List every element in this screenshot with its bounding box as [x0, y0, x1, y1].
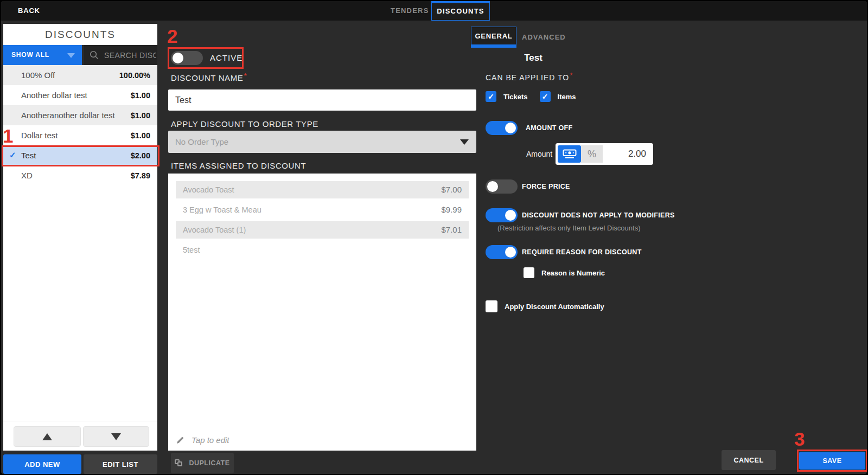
- list-pager: [3, 421, 157, 451]
- order-type-label: APPLY DISCOUNT TO ORDER TYPE: [171, 119, 318, 129]
- assigned-item-price: $7.01: [441, 221, 462, 239]
- banknote-icon: [563, 149, 577, 159]
- auto-apply-checkbox[interactable]: [486, 300, 497, 312]
- show-all-dropdown[interactable]: SHOW ALL: [3, 45, 82, 65]
- auto-apply-label: Apply Discount Automatically: [505, 303, 604, 311]
- cancel-button[interactable]: CANCEL: [722, 450, 776, 470]
- tickets-checkbox[interactable]: ✓: [486, 91, 496, 102]
- chevron-down-icon: [67, 53, 75, 58]
- chevron-down-icon: [460, 139, 469, 145]
- annotation-marker-1: 1: [3, 125, 13, 147]
- amount-off-toggle[interactable]: [486, 121, 518, 135]
- item-value: $2.00: [131, 151, 150, 160]
- currency-mode-button[interactable]: [558, 145, 581, 163]
- required-asterisk: *: [244, 72, 247, 80]
- toggle-knob: [173, 53, 183, 63]
- assigned-item-row[interactable]: 3 Egg w Toast & Meau$9.99: [176, 201, 469, 219]
- items-assigned-panel[interactable]: Avocado Toast$7.00 3 Egg w Toast & Meau$…: [168, 174, 476, 451]
- active-toggle[interactable]: [171, 51, 203, 65]
- item-name: XD: [21, 171, 33, 180]
- item-name: Another dollar test: [21, 91, 87, 100]
- tab-general-label: GENERAL: [475, 32, 512, 40]
- annotation-marker-2: 2: [167, 25, 177, 47]
- order-type-dropdown[interactable]: No Order Type: [168, 131, 476, 153]
- copy-icon: [175, 459, 184, 467]
- tab-advanced[interactable]: ADVANCED: [522, 27, 566, 48]
- list-item-selected[interactable]: ✓Test$2.00: [3, 145, 157, 165]
- force-price-label: FORCE PRICE: [522, 179, 570, 194]
- scroll-up-button[interactable]: [14, 426, 81, 447]
- tab-tenders[interactable]: TENDERS: [391, 1, 429, 21]
- triangle-up-icon: [42, 433, 52, 440]
- toggle-knob: [505, 247, 516, 258]
- settings-title: Test: [493, 53, 574, 63]
- require-reason-toggle[interactable]: [486, 245, 518, 259]
- amount-value-input[interactable]: [603, 148, 651, 160]
- discounts-sidebar: DISCOUNTS SHOW ALL 100% Off100.00% Anoth…: [3, 24, 157, 451]
- annotation-marker-3: 3: [794, 428, 805, 450]
- auto-apply-option: Apply Discount Automatically: [486, 300, 616, 312]
- search-icon: [89, 50, 99, 60]
- tickets-label: Tickets: [503, 93, 528, 101]
- search-input[interactable]: [103, 50, 157, 60]
- sidebar-title: DISCOUNTS: [3, 24, 157, 45]
- discounts-settings-screen: BACK TENDERS DISCOUNTS DISCOUNTS SHOW AL…: [0, 0, 868, 475]
- can-be-applied-label: CAN BE APPLIED TO*: [486, 73, 573, 82]
- triangle-down-icon: [111, 433, 121, 440]
- modifiers-note: (Restriction affects only Item Level Dis…: [497, 224, 640, 232]
- item-name: Dollar test: [21, 131, 58, 140]
- assigned-item-name: 3 Egg w Toast & Meau: [183, 201, 261, 219]
- sidebar-filter-row: SHOW ALL: [3, 45, 157, 65]
- assigned-item-price: $7.00: [441, 181, 462, 198]
- discount-list: 100% Off100.00% Another dollar test$1.00…: [3, 65, 157, 185]
- tab-discounts[interactable]: DISCOUNTS: [431, 1, 490, 21]
- add-new-button[interactable]: ADD NEW: [3, 454, 81, 474]
- item-value: 100.00%: [119, 71, 150, 80]
- discount-name-label: DISCOUNT NAME*: [171, 73, 247, 82]
- items-label: Items: [558, 93, 576, 101]
- amount-label: Amount: [526, 143, 552, 165]
- discount-name-input[interactable]: [168, 89, 476, 111]
- list-item[interactable]: Anotheranother dollar test$1.00: [3, 105, 157, 125]
- toggle-knob: [505, 210, 516, 221]
- reason-numeric-label: Reason is Numeric: [541, 269, 605, 277]
- list-item[interactable]: 100% Off100.00%: [3, 65, 157, 85]
- reason-numeric-checkbox[interactable]: [524, 267, 534, 278]
- list-item[interactable]: Another dollar test$1.00: [3, 85, 157, 105]
- item-value: $1.00: [131, 131, 150, 140]
- items-assigned-label: ITEMS ASSIGNED TO DISCOUNT: [171, 161, 306, 170]
- assigned-item-row[interactable]: 5test: [176, 241, 469, 259]
- assigned-item-row[interactable]: Avocado Toast (1)$7.01: [176, 221, 469, 239]
- percent-mode-button[interactable]: %: [581, 145, 603, 163]
- can-be-applied-options: ✓ Tickets ✓ Items: [486, 91, 588, 102]
- back-button[interactable]: BACK: [18, 1, 40, 21]
- amount-off-label: AMOUNT OFF: [526, 121, 572, 135]
- toggle-knob: [505, 123, 516, 133]
- force-price-toggle[interactable]: [486, 179, 518, 194]
- top-bar: BACK TENDERS DISCOUNTS: [1, 1, 867, 21]
- items-checkbox[interactable]: ✓: [540, 91, 551, 102]
- require-reason-label: REQUIRE REASON FOR DISCOUNT: [522, 245, 642, 259]
- active-tab-underline: [471, 44, 516, 47]
- list-item[interactable]: Dollar test$1.00: [3, 125, 157, 145]
- item-value: $7.89: [131, 171, 150, 180]
- edit-list-button[interactable]: EDIT LIST: [84, 454, 157, 474]
- assigned-item-row[interactable]: Avocado Toast$7.00: [176, 181, 469, 198]
- tab-general[interactable]: GENERAL: [471, 27, 516, 48]
- assigned-item-name: Avocado Toast (1): [183, 221, 246, 239]
- tap-to-edit-hint[interactable]: Tap to edit: [176, 435, 229, 445]
- scroll-down-button[interactable]: [83, 426, 149, 447]
- duplicate-label: DUPLICATE: [189, 459, 229, 467]
- duplicate-button[interactable]: DUPLICATE: [171, 453, 234, 473]
- list-item[interactable]: XD$7.89: [3, 165, 157, 185]
- search-box[interactable]: [84, 45, 157, 65]
- item-value: $1.00: [131, 91, 150, 100]
- assigned-item-price: $9.99: [441, 201, 462, 219]
- item-name: 100% Off: [21, 70, 55, 80]
- modifiers-toggle[interactable]: [486, 208, 518, 222]
- required-asterisk: *: [570, 71, 573, 80]
- pencil-icon: [176, 436, 184, 445]
- save-button[interactable]: SAVE: [799, 452, 865, 470]
- order-type-value: No Order Type: [175, 131, 228, 153]
- check-icon: ✓: [9, 150, 16, 160]
